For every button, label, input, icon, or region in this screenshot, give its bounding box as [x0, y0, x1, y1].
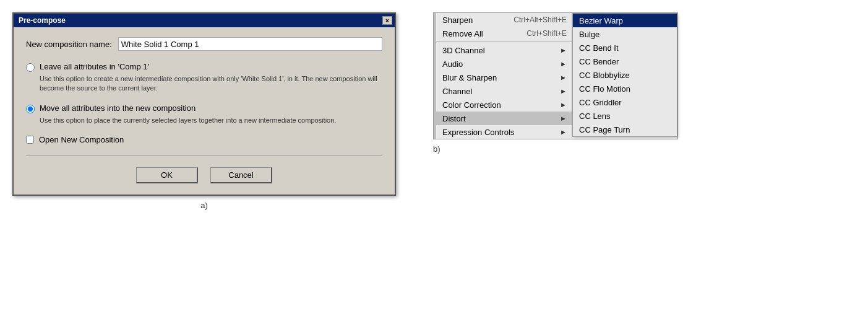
- ok-button[interactable]: OK: [136, 167, 198, 183]
- option2-radio[interactable]: [26, 105, 35, 113]
- menu-item-label: 3D Channel: [442, 46, 485, 55]
- submenu-item-bezierwarp[interactable]: Bezier Warp: [573, 14, 677, 27]
- menu-item-channel[interactable]: Channel ►: [436, 84, 572, 98]
- cancel-button[interactable]: Cancel: [210, 167, 272, 183]
- arrow-icon: ►: [560, 115, 567, 122]
- submenu-item-cclens[interactable]: CC Lens: [573, 109, 677, 123]
- arrow-icon: ►: [560, 74, 567, 81]
- separator: [26, 156, 382, 156]
- menu-item-blursharpen[interactable]: Blur & Sharpen ►: [436, 71, 572, 84]
- submenu-item-label: Bulge: [579, 30, 599, 39]
- option1-block: Leave all attributes in 'Comp 1' Use thi…: [26, 62, 382, 94]
- menu-item-label: Distort: [442, 114, 466, 123]
- checkbox-label: Open New Composition: [39, 135, 124, 144]
- open-new-comp-checkbox[interactable]: [26, 136, 34, 144]
- section-a-label: a): [200, 201, 208, 210]
- menu-item-colorcorrection[interactable]: Color Correction ►: [436, 98, 572, 112]
- submenu-item-bulge[interactable]: Bulge: [573, 27, 677, 41]
- submenu-item-ccgriddler[interactable]: CC Griddler: [573, 95, 677, 109]
- dialog-title: Pre-compose: [19, 16, 66, 25]
- menu-divider-1: [436, 42, 572, 42]
- option2-desc: Use this option to place the currently s…: [40, 116, 382, 125]
- arrow-icon: ►: [560, 46, 567, 54]
- comp-name-input[interactable]: [118, 37, 382, 51]
- menu-item-sharpen[interactable]: Sharpen Ctrl+Alt+Shift+E: [436, 13, 572, 27]
- submenu-item-label: CC Blobbylize: [579, 71, 630, 80]
- option1-radio[interactable]: [26, 63, 35, 72]
- menu-item-label: Channel: [442, 87, 472, 96]
- submenu-item-label: CC Flo Motion: [579, 84, 630, 94]
- option1-desc: Use this option to create a new intermed…: [40, 74, 382, 94]
- submenu-panel: Bezier Warp Bulge CC Bend It CC Bender C…: [572, 13, 677, 137]
- dialog-section: Pre-compose × New composition name: Leav…: [12, 12, 396, 210]
- menu-panel: Sharpen Ctrl+Alt+Shift+E Remove All Ctrl…: [436, 13, 572, 139]
- close-button[interactable]: ×: [382, 16, 392, 25]
- menu-area: Sharpen Ctrl+Alt+Shift+E Remove All Ctrl…: [433, 12, 678, 139]
- checkbox-row: Open New Composition: [26, 135, 382, 144]
- arrow-icon: ►: [560, 101, 567, 108]
- dialog-body: New composition name: Leave all attribut…: [14, 27, 395, 195]
- menu-item-label: Remove All: [442, 29, 483, 38]
- menu-item-shortcut: Ctrl+Shift+E: [526, 29, 567, 38]
- comp-name-row: New composition name:: [26, 37, 382, 51]
- submenu-item-label: CC Lens: [579, 112, 611, 121]
- precompose-dialog: Pre-compose × New composition name: Leav…: [12, 12, 396, 196]
- submenu-item-label: Bezier Warp: [579, 16, 623, 25]
- menu-item-label: Sharpen: [442, 15, 473, 25]
- arrow-icon: ►: [560, 128, 567, 136]
- submenu-item-ccflomotion[interactable]: CC Flo Motion: [573, 82, 677, 95]
- menu-item-distort[interactable]: Distort ►: [436, 112, 572, 125]
- menu-item-label: Blur & Sharpen: [442, 73, 497, 82]
- menu-item-shortcut: Ctrl+Alt+Shift+E: [513, 15, 567, 24]
- menu-section: Sharpen Ctrl+Alt+Shift+E Remove All Ctrl…: [433, 12, 678, 154]
- submenu-item-label: CC Page Turn: [579, 125, 630, 134]
- button-row: OK Cancel: [26, 162, 382, 186]
- menu-item-3dchannel[interactable]: 3D Channel ►: [436, 43, 572, 57]
- submenu-item-label: CC Bender: [579, 57, 619, 66]
- arrow-icon: ►: [560, 60, 567, 68]
- menu-item-label: Audio: [442, 59, 463, 69]
- submenu-item-label: CC Bend It: [579, 43, 619, 53]
- option2-label: Move all attributes into the new composi…: [40, 103, 196, 113]
- option1-label: Leave all attributes in 'Comp 1': [40, 62, 149, 71]
- menu-item-label: Expression Controls: [442, 128, 514, 137]
- option2-block: Move all attributes into the new composi…: [26, 103, 382, 125]
- menu-item-removeall[interactable]: Remove All Ctrl+Shift+E: [436, 27, 572, 40]
- submenu-item-ccpageturn[interactable]: CC Page Turn: [573, 123, 677, 136]
- menu-item-expression[interactable]: Expression Controls ►: [436, 125, 572, 139]
- menu-item-audio[interactable]: Audio ►: [436, 57, 572, 71]
- option2-row: Move all attributes into the new composi…: [26, 103, 382, 113]
- submenu-item-label: CC Griddler: [579, 98, 622, 107]
- menu-item-label: Color Correction: [442, 100, 501, 110]
- dialog-titlebar: Pre-compose ×: [14, 14, 395, 27]
- submenu-item-ccbender[interactable]: CC Bender: [573, 55, 677, 68]
- option1-row: Leave all attributes in 'Comp 1': [26, 62, 382, 72]
- comp-name-label: New composition name:: [26, 40, 112, 49]
- arrow-icon: ►: [560, 87, 567, 95]
- options-area: Leave all attributes in 'Comp 1' Use thi…: [26, 62, 382, 144]
- submenu-item-ccbendit[interactable]: CC Bend It: [573, 41, 677, 55]
- submenu-item-ccblobbylize[interactable]: CC Blobbylize: [573, 68, 677, 82]
- section-b-label: b): [433, 144, 440, 154]
